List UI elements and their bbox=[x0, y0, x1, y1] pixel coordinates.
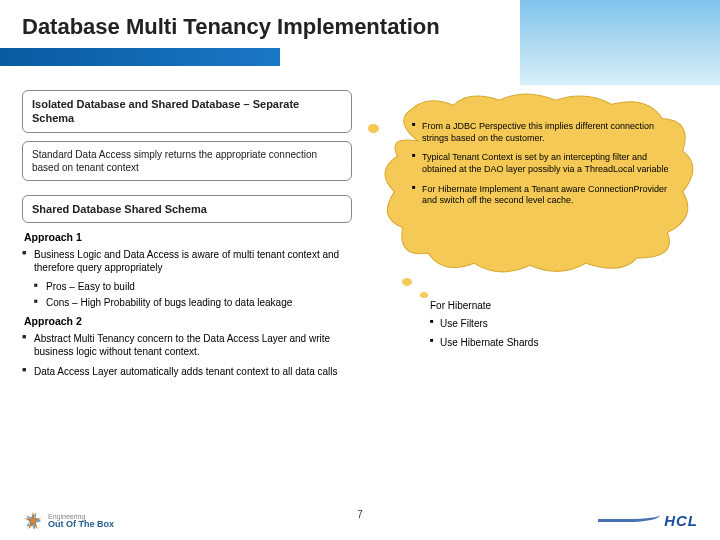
hcl-logo: HCL bbox=[598, 512, 698, 530]
approach-1-bullet: Business Logic and Data Access is aware … bbox=[22, 246, 352, 279]
cloud-tail-bubble bbox=[368, 124, 379, 133]
approach-1-pros: Pros – Easy to build bbox=[22, 279, 352, 295]
content-area: Isolated Database and Shared Database – … bbox=[22, 90, 698, 382]
hcl-swoosh-icon bbox=[598, 508, 660, 522]
approach-1-cons: Cons – High Probability of bugs leading … bbox=[22, 295, 352, 311]
footer: Engineering Out Of The Box HCL bbox=[22, 510, 698, 532]
oob-logo-bottom-text: Out Of The Box bbox=[48, 520, 114, 529]
approach-2-bullet-2: Data Access Layer automatically adds ten… bbox=[22, 363, 352, 383]
approach-1-label: Approach 1 bbox=[24, 231, 352, 243]
title-underline-bar bbox=[0, 48, 280, 66]
shared-db-heading-box: Shared Database Shared Schema bbox=[22, 195, 352, 223]
right-column: From a JDBC Perspective this implies dif… bbox=[372, 90, 698, 382]
cloud-text-content: From a JDBC Perspective this implies dif… bbox=[412, 118, 678, 212]
star-icon bbox=[22, 510, 44, 532]
approach-2-bullet-1: Abstract Multi Tenancy concern to the Da… bbox=[22, 330, 352, 363]
approach-2-label: Approach 2 bbox=[24, 315, 352, 327]
cloud-tail-bubble bbox=[402, 278, 412, 286]
cloud-bullet-jdbc: From a JDBC Perspective this implies dif… bbox=[412, 118, 678, 149]
cloud-bullet-hibernate: For Hibernate Implement a Tenant aware C… bbox=[412, 181, 678, 212]
hcl-logo-text: HCL bbox=[664, 512, 698, 529]
header-sky-graphic bbox=[520, 0, 720, 85]
left-column: Isolated Database and Shared Database – … bbox=[22, 90, 352, 382]
out-of-the-box-logo: Engineering Out Of The Box bbox=[22, 510, 114, 532]
callout-cloud: From a JDBC Perspective this implies dif… bbox=[372, 90, 698, 275]
cloud-bullet-context: Typical Tenant Context is set by an inte… bbox=[412, 149, 678, 180]
isolated-db-body-box: Standard Data Access simply returns the … bbox=[22, 141, 352, 181]
cloud-tail-bubble bbox=[420, 292, 428, 298]
isolated-db-heading-box: Isolated Database and Shared Database – … bbox=[22, 90, 352, 133]
